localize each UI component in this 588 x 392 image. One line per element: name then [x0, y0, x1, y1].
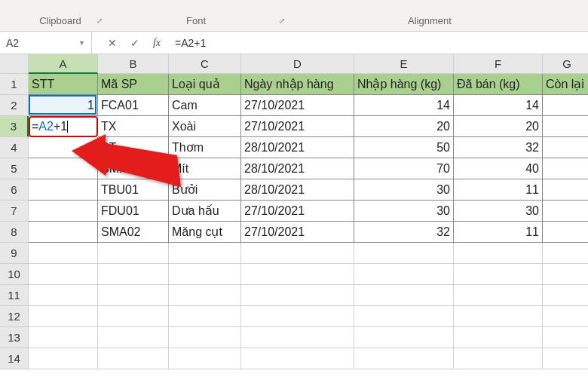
cell-C14[interactable] [169, 348, 241, 369]
cell-B11[interactable] [98, 285, 169, 306]
cell-F7[interactable]: 30 [454, 201, 543, 222]
row-header-5[interactable]: 5 [0, 158, 29, 179]
cell-E6[interactable]: 30 [354, 179, 454, 201]
row-header-11[interactable]: 11 [0, 285, 29, 306]
cell-B5[interactable]: SMI01 [98, 158, 169, 179]
cell-C8[interactable]: Măng cụt [169, 222, 241, 243]
row-header-10[interactable]: 10 [0, 264, 29, 285]
cell-C13[interactable] [169, 327, 241, 348]
cell-B14[interactable] [98, 348, 169, 369]
cell-C3[interactable]: Xoài [169, 116, 241, 137]
cell-B4[interactable]: ST [98, 137, 169, 158]
cell-E2[interactable]: 14 [354, 95, 454, 116]
cell-F2[interactable]: 14 [454, 95, 543, 116]
cell-E11[interactable] [354, 285, 454, 306]
name-box[interactable]: A2 ▼ [0, 32, 92, 54]
cell-A13[interactable] [29, 327, 98, 348]
cell-G3[interactable] [543, 116, 588, 137]
cell-G12[interactable] [543, 306, 588, 327]
cell-A5[interactable] [29, 158, 98, 179]
column-header-C[interactable]: C [169, 54, 241, 74]
cell-A3[interactable]: =A2+1 [29, 116, 98, 137]
cell-D2[interactable]: 27/10/2021 [241, 95, 354, 116]
cell-D5[interactable]: 28/10/2021 [241, 158, 354, 179]
cell-D7[interactable]: 27/10/2021 [241, 201, 354, 222]
cell-G9[interactable] [543, 243, 588, 264]
cell-C2[interactable]: Cam [169, 95, 241, 116]
row-header-9[interactable]: 9 [0, 243, 29, 264]
cell-E14[interactable] [354, 348, 454, 369]
cell-E13[interactable] [354, 327, 454, 348]
cell-E5[interactable]: 70 [354, 158, 454, 179]
select-all-corner[interactable] [0, 54, 29, 74]
cell-E7[interactable]: 30 [354, 201, 454, 222]
cell-F11[interactable] [454, 285, 543, 306]
cell-C1[interactable]: Loại quả [169, 74, 241, 95]
row-header-3[interactable]: 3 [0, 116, 29, 137]
cell-F10[interactable] [454, 264, 543, 285]
row-header-6[interactable]: 6 [0, 179, 29, 201]
cell-E12[interactable] [354, 306, 454, 327]
cell-E3[interactable]: 20 [354, 116, 454, 137]
cell-E8[interactable]: 32 [354, 222, 454, 243]
fx-icon[interactable]: fx [146, 37, 167, 49]
cell-C12[interactable] [169, 306, 241, 327]
column-header-F[interactable]: F [454, 54, 543, 74]
cell-B10[interactable] [98, 264, 169, 285]
cell-B3[interactable]: TX [98, 116, 169, 137]
cell-E4[interactable]: 50 [354, 137, 454, 158]
cell-B13[interactable] [98, 327, 169, 348]
cell-A9[interactable] [29, 243, 98, 264]
cell-F6[interactable]: 11 [454, 179, 543, 201]
column-header-G[interactable]: G [543, 54, 588, 74]
cell-E1[interactable]: Nhập hàng (kg) [354, 74, 454, 95]
cell-A11[interactable] [29, 285, 98, 306]
column-header-A[interactable]: A [29, 54, 98, 74]
cell-C9[interactable] [169, 243, 241, 264]
cell-G4[interactable] [543, 137, 588, 158]
cell-F1[interactable]: Đã bán (kg) [454, 74, 543, 95]
row-header-12[interactable]: 12 [0, 306, 29, 327]
cell-B6[interactable]: TBU01 [98, 179, 169, 201]
cell-G8[interactable] [543, 222, 588, 243]
cell-C4[interactable]: Thơm [169, 137, 241, 158]
cell-C6[interactable]: Bưởi [169, 179, 241, 201]
cell-G14[interactable] [543, 348, 588, 369]
chevron-down-icon[interactable]: ▼ [78, 39, 85, 47]
spreadsheet-grid[interactable]: ABCDEFG 1STTMã SPLoại quảNgày nhập hàngN… [0, 54, 588, 369]
column-header-B[interactable]: B [98, 54, 169, 74]
cell-D4[interactable]: 28/10/2021 [241, 137, 354, 158]
cell-A10[interactable] [29, 264, 98, 285]
cancel-button[interactable]: ✕ [101, 32, 124, 54]
cell-D6[interactable]: 28/10/2021 [241, 179, 354, 201]
cell-F14[interactable] [454, 348, 543, 369]
cell-G11[interactable] [543, 285, 588, 306]
column-header-D[interactable]: D [241, 54, 354, 74]
row-header-1[interactable]: 1 [0, 74, 29, 95]
cell-G13[interactable] [543, 327, 588, 348]
cell-C10[interactable] [169, 264, 241, 285]
cell-G6[interactable] [543, 179, 588, 201]
row-header-7[interactable]: 7 [0, 201, 29, 222]
enter-button[interactable]: ✓ [124, 32, 146, 54]
cell-B9[interactable] [98, 243, 169, 264]
cell-A6[interactable] [29, 179, 98, 201]
cell-B2[interactable]: FCA01 [98, 95, 169, 116]
cell-B1[interactable]: Mã SP [98, 74, 169, 95]
cell-C7[interactable]: Dưa hấu [169, 201, 241, 222]
cell-D12[interactable] [241, 306, 354, 327]
cell-A12[interactable] [29, 306, 98, 327]
row-header-14[interactable]: 14 [0, 348, 29, 369]
cell-E10[interactable] [354, 264, 454, 285]
cell-D13[interactable] [241, 327, 354, 348]
cell-A14[interactable] [29, 348, 98, 369]
expand-icon[interactable]: ⤢ [96, 17, 103, 25]
formula-input[interactable] [169, 32, 588, 54]
cell-C11[interactable] [169, 285, 241, 306]
cell-D8[interactable]: 27/10/2021 [241, 222, 354, 243]
cell-G2[interactable] [543, 95, 588, 116]
cell-F9[interactable] [454, 243, 543, 264]
cell-A1[interactable]: STT [29, 74, 98, 95]
cell-A4[interactable] [29, 137, 98, 158]
cell-A2[interactable]: 1 [29, 95, 98, 116]
